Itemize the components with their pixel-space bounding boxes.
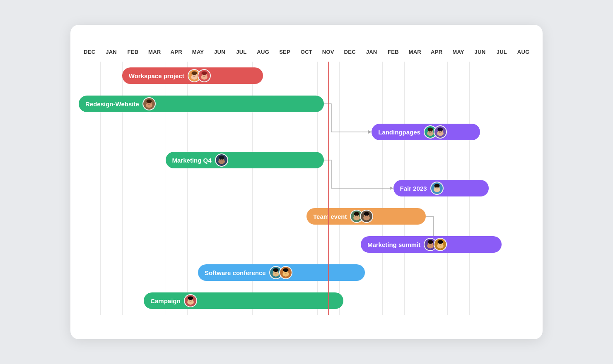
month-nov-11: NOV bbox=[317, 49, 339, 55]
month-feb-2: FEB bbox=[122, 49, 144, 55]
svg-point-76 bbox=[284, 271, 285, 272]
svg-point-81 bbox=[188, 297, 193, 300]
svg-point-33 bbox=[219, 156, 224, 160]
month-dec-0: DEC bbox=[79, 49, 100, 55]
month-jul-7: JUL bbox=[231, 49, 252, 55]
svg-point-71 bbox=[276, 271, 277, 272]
svg-point-3 bbox=[191, 72, 197, 75]
svg-point-57 bbox=[428, 240, 433, 244]
svg-point-70 bbox=[274, 271, 275, 272]
svg-point-69 bbox=[273, 268, 278, 272]
bar-workspace[interactable]: Workspace project bbox=[122, 67, 263, 84]
svg-point-40 bbox=[435, 187, 436, 188]
svg-point-75 bbox=[283, 268, 288, 272]
bar-campaign[interactable]: Campaign bbox=[144, 292, 343, 309]
month-may-5: MAY bbox=[187, 49, 209, 55]
bar-label-team-event: Team event bbox=[313, 213, 347, 220]
months-row: DECJANFEBMARAPRMAYJUNJULAUGSEPOCTNOVDECJ… bbox=[79, 49, 534, 55]
month-jan-1: JAN bbox=[100, 49, 122, 55]
month-mar-3: MAR bbox=[144, 49, 165, 55]
svg-point-23 bbox=[431, 131, 432, 132]
bar-avatars-workspace bbox=[188, 69, 211, 82]
svg-point-17 bbox=[150, 103, 150, 103]
avatar-fair-2023-0 bbox=[430, 182, 444, 195]
avatar-marketing-summit-1 bbox=[434, 238, 447, 251]
bar-label-redesign: Redesign-Website bbox=[85, 101, 139, 108]
svg-point-41 bbox=[437, 187, 438, 188]
bar-avatars-fair-2023 bbox=[430, 182, 444, 195]
bar-marketing-summit[interactable]: Marketing summit bbox=[361, 236, 502, 253]
today-line bbox=[328, 62, 329, 315]
svg-point-11 bbox=[205, 74, 205, 75]
month-dec-12: DEC bbox=[339, 49, 361, 55]
avatar-workspace-1 bbox=[198, 69, 211, 82]
bar-avatars-marketing-q4 bbox=[215, 153, 228, 167]
month-aug-8: AUG bbox=[252, 49, 274, 55]
svg-point-77 bbox=[286, 271, 287, 272]
avatar-software-conference-1 bbox=[279, 266, 292, 279]
svg-point-59 bbox=[431, 243, 432, 244]
svg-point-28 bbox=[439, 131, 439, 132]
bar-landingpages[interactable]: Landingpages bbox=[372, 124, 480, 140]
bar-label-campaign: Campaign bbox=[150, 297, 181, 304]
month-aug-20: AUG bbox=[513, 49, 534, 55]
svg-point-64 bbox=[439, 243, 440, 244]
bar-label-landingpages: Landingpages bbox=[378, 129, 420, 136]
bar-software-conference[interactable]: Software conference bbox=[198, 264, 365, 281]
bar-label-marketing-q4: Marketing Q4 bbox=[172, 157, 212, 164]
month-jul-19: JUL bbox=[491, 49, 512, 55]
bar-avatars-team-event bbox=[350, 210, 373, 223]
bar-label-fair-2023: Fair 2023 bbox=[400, 185, 427, 192]
svg-point-22 bbox=[429, 131, 430, 132]
svg-point-15 bbox=[146, 100, 152, 103]
bar-label-software-conference: Software conference bbox=[205, 269, 266, 276]
svg-point-39 bbox=[434, 184, 439, 188]
svg-point-82 bbox=[189, 299, 190, 300]
svg-point-65 bbox=[441, 243, 442, 244]
avatar-marketing-q4-0 bbox=[215, 153, 228, 167]
svg-point-4 bbox=[193, 74, 193, 75]
month-sep-9: SEP bbox=[274, 49, 295, 55]
svg-point-47 bbox=[357, 215, 358, 216]
svg-point-27 bbox=[437, 128, 443, 132]
svg-point-29 bbox=[441, 131, 442, 132]
avatar-team-event-1 bbox=[360, 210, 373, 223]
bar-redesign[interactable]: Redesign-Website bbox=[79, 96, 324, 112]
avatar-landingpages-1 bbox=[434, 125, 447, 139]
month-oct-10: OCT bbox=[296, 49, 317, 55]
month-may-17: MAY bbox=[447, 49, 469, 55]
bar-avatars-redesign bbox=[142, 97, 156, 110]
svg-point-34 bbox=[220, 159, 221, 160]
month-apr-16: APR bbox=[426, 49, 447, 55]
svg-point-16 bbox=[147, 103, 148, 103]
gantt-area: Workspace project Redesign-Website Landi… bbox=[79, 62, 534, 315]
month-jun-18: JUN bbox=[469, 49, 491, 55]
bar-avatars-marketing-summit bbox=[424, 238, 447, 251]
svg-point-45 bbox=[354, 212, 360, 216]
svg-point-52 bbox=[365, 215, 366, 216]
month-feb-14: FEB bbox=[382, 49, 404, 55]
svg-point-21 bbox=[427, 128, 433, 132]
bar-fair-2023[interactable]: Fair 2023 bbox=[393, 180, 489, 196]
bar-avatars-software-conference bbox=[269, 266, 292, 279]
svg-point-83 bbox=[191, 299, 192, 300]
bar-label-marketing-summit: Marketing summit bbox=[367, 241, 420, 248]
bar-marketing-q4[interactable]: Marketing Q4 bbox=[166, 152, 324, 168]
svg-point-53 bbox=[367, 215, 368, 216]
bar-team-event[interactable]: Team event bbox=[306, 208, 426, 225]
svg-point-35 bbox=[222, 159, 223, 160]
avatar-redesign-0 bbox=[142, 97, 156, 110]
svg-point-46 bbox=[355, 215, 356, 216]
month-apr-4: APR bbox=[166, 49, 187, 55]
svg-point-9 bbox=[201, 72, 207, 75]
month-jan-13: JAN bbox=[361, 49, 382, 55]
bar-label-workspace: Workspace project bbox=[129, 72, 184, 79]
bar-avatars-campaign bbox=[184, 294, 197, 307]
month-jun-6: JUN bbox=[209, 49, 230, 55]
svg-point-58 bbox=[429, 243, 430, 244]
svg-point-63 bbox=[438, 240, 443, 244]
gantt-card: DECJANFEBMARAPRMAYJUNJULAUGSEPOCTNOVDECJ… bbox=[70, 25, 543, 339]
bar-avatars-landingpages bbox=[424, 125, 447, 139]
svg-point-51 bbox=[364, 212, 369, 216]
avatar-campaign-0 bbox=[184, 294, 197, 307]
